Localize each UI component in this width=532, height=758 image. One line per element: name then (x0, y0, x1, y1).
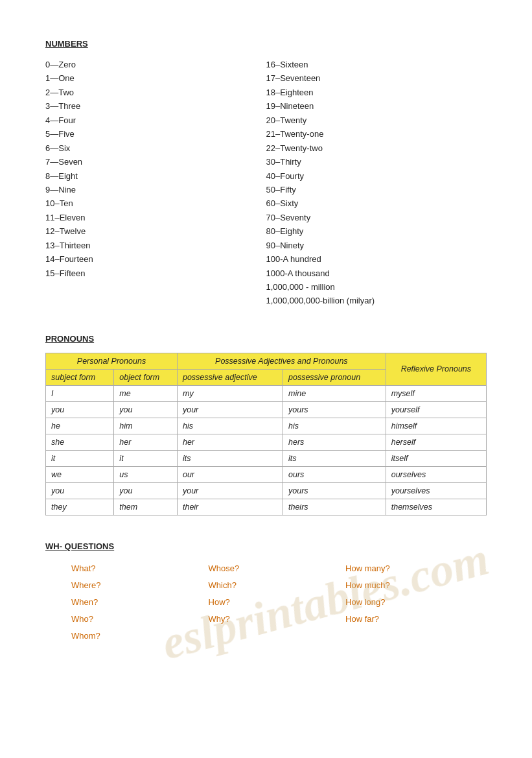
table-cell: your (177, 401, 283, 418)
number-item: 1000-A thousand (266, 266, 487, 280)
number-item: 2—Two (45, 86, 266, 99)
number-item: 1—One (45, 71, 266, 85)
number-item: 1,000,000 - million (266, 280, 487, 294)
table-row: theythemtheirtheirsthemselves (46, 499, 487, 515)
table-cell: our (177, 466, 283, 482)
table-cell: her (114, 434, 178, 450)
table-row: hehimhishishimself (46, 418, 487, 434)
number-item: 10–Ten (45, 196, 266, 210)
table-cell: you (46, 482, 114, 499)
number-item: 6—Six (45, 141, 266, 155)
table-cell: ourselves (386, 466, 486, 482)
pronouns-header-row-1: Personal Pronouns Possessive Adjectives … (46, 353, 487, 369)
table-cell: its (283, 450, 386, 466)
table-cell: hers (283, 434, 386, 450)
number-item: 12–Twelve (45, 224, 266, 238)
pronouns-subheader: subject form (46, 369, 114, 385)
table-row: sheherherhersherself (46, 434, 487, 450)
pronouns-subheader: possessive adjective (177, 369, 283, 385)
number-item: 19–Nineteen (266, 99, 487, 113)
table-cell: herself (386, 434, 486, 450)
numbers-right-col: 16–Sixteen17–Seventeen18–Eighteen19–Nine… (266, 58, 487, 308)
number-item: 21–Twenty-one (266, 127, 487, 141)
number-item: 8—Eight (45, 169, 266, 183)
table-cell: you (114, 482, 178, 499)
pronouns-subheader: possessive pronoun (283, 369, 386, 385)
number-item: 4—Four (45, 113, 266, 127)
table-cell: himself (386, 418, 486, 434)
table-cell: it (114, 450, 178, 466)
wh-item: When? (71, 594, 209, 611)
numbers-columns: 0—Zero1—One2—Two3—Three4—Four5—Five6—Six… (45, 58, 487, 308)
wh-item: Whose? (209, 560, 346, 577)
wh-item: What? (71, 560, 209, 577)
wh-item: Who? (71, 611, 209, 628)
pronouns-section: PRONOUNS Personal Pronouns Possessive Ad… (45, 334, 487, 515)
table-cell: me (114, 385, 178, 401)
wh-item: How far? (345, 611, 483, 628)
possessive-header: Possessive Adjectives and Pronouns (177, 353, 386, 369)
number-item: 11–Eleven (45, 211, 266, 224)
table-cell: yourself (386, 401, 486, 418)
wh-columns: What?Where?When?Who?Whom? Whose?Which?Ho… (45, 560, 487, 645)
number-item: 40–Fourty (266, 169, 487, 183)
number-item: 16–Sixteen (266, 58, 487, 71)
personal-pronouns-header: Personal Pronouns (46, 353, 178, 369)
number-item: 90–Ninety (266, 239, 487, 252)
number-item: 22–Twenty-two (266, 141, 487, 155)
table-cell: us (114, 466, 178, 482)
table-row: Imemyminemyself (46, 385, 487, 401)
table-cell: its (177, 450, 283, 466)
wh-title: WH- QUESTIONS (45, 541, 487, 551)
number-item: 20–Twenty (266, 113, 487, 127)
table-cell: you (114, 401, 178, 418)
wh-item: Where? (71, 577, 209, 594)
number-item: 30–Thirty (266, 155, 487, 169)
table-cell: theirs (283, 499, 386, 515)
wh-item: Whom? (71, 628, 209, 645)
wh-col-3: How many?How much?How long?How far? (345, 560, 483, 645)
pronouns-table: Personal Pronouns Possessive Adjectives … (45, 353, 487, 515)
wh-item: Which? (209, 577, 346, 594)
number-item: 14–Fourteen (45, 252, 266, 266)
number-item: 5—Five (45, 127, 266, 141)
number-item: 17–Seventeen (266, 71, 487, 85)
table-cell: them (114, 499, 178, 515)
wh-item: How long? (345, 594, 483, 611)
table-row: weusouroursourselves (46, 466, 487, 482)
table-cell: your (177, 482, 283, 499)
number-item: 60–Sixty (266, 196, 487, 210)
pronouns-subheader: object form (114, 369, 178, 385)
wh-item: How? (209, 594, 346, 611)
wh-item: How much? (345, 577, 483, 594)
table-row: itititsitsitself (46, 450, 487, 466)
number-item: 3—Three (45, 99, 266, 113)
number-item: 18–Eighteen (266, 86, 487, 99)
table-cell: I (46, 385, 114, 401)
table-cell: itself (386, 450, 486, 466)
table-row: youyouyouryoursyourselves (46, 482, 487, 499)
number-item: 0—Zero (45, 58, 266, 71)
table-cell: ours (283, 466, 386, 482)
table-cell: mine (283, 385, 386, 401)
numbers-title: NUMBERS (45, 39, 487, 49)
table-cell: her (177, 434, 283, 450)
table-cell: they (46, 499, 114, 515)
number-item: 80–Eighty (266, 224, 487, 238)
table-cell: him (114, 418, 178, 434)
numbers-section: NUMBERS 0—Zero1—One2—Two3—Three4—Four5—F… (45, 39, 487, 308)
number-item: 70–Seventy (266, 211, 487, 224)
number-item: 1,000,000,000-billion (milyar) (266, 294, 487, 307)
numbers-left-col: 0—Zero1—One2—Two3—Three4—Four5—Five6—Six… (45, 58, 266, 308)
number-item: 100-A hundred (266, 252, 487, 266)
table-cell: my (177, 385, 283, 401)
number-item: 13–Thirteen (45, 239, 266, 252)
table-cell: he (46, 418, 114, 434)
pronouns-title: PRONOUNS (45, 334, 487, 344)
wh-item: Why? (209, 611, 346, 628)
table-cell: yours (283, 401, 386, 418)
table-cell: yourselves (386, 482, 486, 499)
wh-section: WH- QUESTIONS What?Where?When?Who?Whom? … (45, 541, 487, 645)
wh-col-2: Whose?Which?How?Why? (209, 560, 346, 645)
wh-col-1: What?Where?When?Who?Whom? (71, 560, 209, 645)
